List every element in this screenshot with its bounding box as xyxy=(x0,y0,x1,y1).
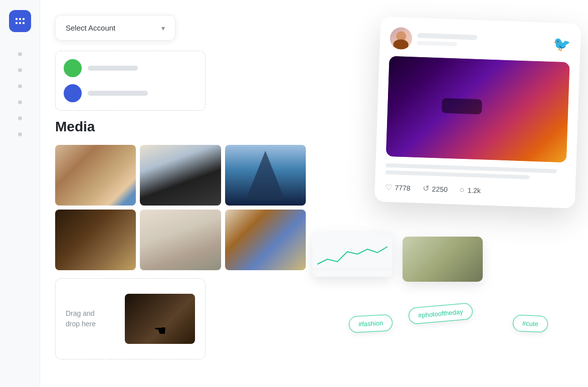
twitter-stat-comments: ○ 1.2k xyxy=(460,185,481,195)
twitter-bird-icon: 🐦 xyxy=(552,36,570,53)
main-panel: Select Account ▾ Media Drag and xyxy=(40,0,321,387)
account-avatar-green xyxy=(64,59,82,77)
account-option-1[interactable] xyxy=(64,59,197,77)
twitter-user-avatar xyxy=(389,27,413,50)
sidebar xyxy=(0,0,40,387)
media-image-4[interactable] xyxy=(55,210,136,270)
twitter-stat-retweets: ↺ 2250 xyxy=(422,183,448,194)
hashtag-cute-label: #cute xyxy=(522,319,538,327)
media-image-grid xyxy=(55,145,306,270)
mini-chart-visual xyxy=(312,232,393,277)
account-options-panel xyxy=(55,51,206,111)
twitter-card: 🐦 ♡ 7778 ↺ 2250 ○ 1.2k xyxy=(374,17,581,209)
chevron-down-icon: ▾ xyxy=(161,24,165,32)
hashtag-chip-fashion[interactable]: #fashion xyxy=(348,314,393,333)
drop-zone-text-area: Drag and drop here xyxy=(66,308,117,329)
account-avatar-blue xyxy=(64,84,82,102)
hand-cursor-icon: ☚ xyxy=(154,322,166,339)
retweets-count: 2250 xyxy=(432,184,448,193)
hashtag-photooftheday-label: #photooftheday xyxy=(418,308,464,319)
media-section-title: Media xyxy=(55,119,306,135)
media-image-6[interactable] xyxy=(225,210,306,270)
twitter-name-bar-primary xyxy=(417,33,477,40)
heart-icon: ♡ xyxy=(384,182,392,192)
mini-photo-card xyxy=(403,237,483,282)
nav-dot-5[interactable] xyxy=(18,116,22,120)
logo-icon xyxy=(14,15,26,27)
nav-dot-2[interactable] xyxy=(18,68,22,72)
drop-text-line2: drop here xyxy=(66,320,96,328)
drag-image-thumbnail: ☚ xyxy=(125,294,195,344)
select-account-label: Select Account xyxy=(66,24,115,32)
twitter-name-bars xyxy=(417,33,548,50)
drop-text-line1: Drag and xyxy=(66,309,95,317)
drop-zone[interactable]: Drag and drop here ☚ xyxy=(55,278,206,359)
hashtag-fashion-label: #fashion xyxy=(358,319,383,328)
mini-chart-card xyxy=(312,232,393,277)
nav-dot-1[interactable] xyxy=(18,52,22,56)
chart-svg xyxy=(312,232,393,277)
likes-count: 7778 xyxy=(395,183,411,192)
twitter-post-image xyxy=(386,56,570,162)
select-account-dropdown[interactable]: Select Account ▾ xyxy=(55,15,175,41)
media-image-3[interactable] xyxy=(225,145,306,206)
nav-dot-3[interactable] xyxy=(18,84,22,88)
nav-dot-6[interactable] xyxy=(18,132,22,136)
svg-rect-0 xyxy=(312,232,393,277)
comments-count: 1.2k xyxy=(467,186,481,195)
twitter-stat-likes: ♡ 7778 xyxy=(384,182,411,193)
twitter-text-bar-2 xyxy=(385,170,530,179)
twitter-stats: ♡ 7778 ↺ 2250 ○ 1.2k xyxy=(384,182,565,199)
media-image-5[interactable] xyxy=(140,210,221,270)
account-name-bar-2 xyxy=(88,91,148,96)
hashtag-chip-cute[interactable]: #cute xyxy=(513,315,548,332)
media-image-2[interactable] xyxy=(140,145,221,206)
retweet-icon: ↺ xyxy=(422,183,429,193)
app-logo[interactable] xyxy=(9,10,31,32)
account-option-2[interactable] xyxy=(64,84,197,102)
twitter-text-bars xyxy=(385,163,566,181)
media-image-1[interactable] xyxy=(55,145,136,206)
twitter-card-header: 🐦 xyxy=(389,27,570,56)
comment-icon: ○ xyxy=(460,185,465,194)
nav-dot-4[interactable] xyxy=(18,100,22,104)
account-name-bar-1 xyxy=(88,66,138,71)
twitter-name-bar-secondary xyxy=(417,41,457,47)
